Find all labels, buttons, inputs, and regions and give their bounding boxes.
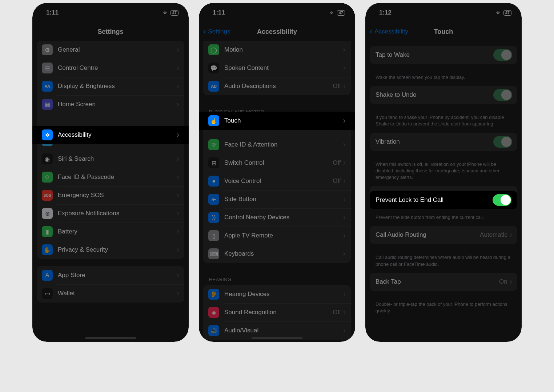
row-voice-control[interactable]: ●Voice ControlOff› bbox=[203, 172, 351, 190]
chevron-right-icon: › bbox=[177, 227, 179, 236]
toggle-vibration[interactable] bbox=[493, 136, 512, 148]
row-vibration[interactable]: Vibration bbox=[370, 133, 517, 151]
chevron-right-icon: › bbox=[177, 154, 179, 164]
label-motion: Motion bbox=[224, 46, 343, 53]
toggle-prevent-lock[interactable] bbox=[493, 194, 511, 206]
siri-icon: ◉ bbox=[42, 153, 53, 164]
row-back-tap[interactable]: Back Tap On › bbox=[370, 273, 517, 291]
row-display-brightness[interactable]: AADisplay & Brightness› bbox=[37, 77, 184, 95]
row-spoken-content[interactable]: 💬Spoken Content› bbox=[203, 59, 351, 77]
footer-shake-undo: If you tend to shake your iPhone by acci… bbox=[370, 111, 517, 132]
chevron-right-icon: › bbox=[343, 81, 346, 91]
row-battery[interactable]: ▮Battery› bbox=[37, 223, 184, 241]
chevron-right-icon: › bbox=[343, 116, 346, 125]
nearby-icon: )) bbox=[208, 212, 219, 223]
footer-vibration: When this switch is off, all vibration o… bbox=[370, 158, 517, 186]
page-title: Settings bbox=[97, 28, 123, 36]
row-emergency-sos[interactable]: SOSEmergency SOS› bbox=[37, 186, 184, 204]
row-motion[interactable]: ◯Motion› bbox=[203, 41, 351, 59]
section-hearing: Hearing bbox=[203, 270, 351, 285]
chevron-right-icon: › bbox=[343, 308, 346, 317]
label-wallet: Wallet bbox=[58, 290, 177, 297]
value-sound-recognition: Off bbox=[333, 309, 341, 316]
chevron-right-icon: › bbox=[177, 100, 179, 109]
chevron-right-icon: › bbox=[177, 191, 179, 200]
row-side-button[interactable]: ⇤Side Button› bbox=[203, 190, 351, 208]
row-audio-descriptions[interactable]: ADAudio DescriptionsOff› bbox=[203, 77, 351, 95]
value-call-audio-routing: Automatic bbox=[480, 231, 507, 239]
wifi-icon: ᯤ bbox=[496, 10, 501, 16]
row-shake-undo[interactable]: Shake to Undo bbox=[370, 86, 517, 104]
chevron-right-icon: › bbox=[343, 158, 346, 168]
chevron-right-icon: › bbox=[343, 176, 346, 186]
label-switch-control: Switch Control bbox=[224, 159, 333, 167]
row-accessibility[interactable]: ✲ Accessibility › bbox=[32, 126, 189, 144]
label-spoken-content: Spoken Content bbox=[224, 64, 343, 72]
row-call-audio-routing[interactable]: Call Audio Routing Automatic › bbox=[370, 226, 517, 244]
label-sound-recognition: Sound Recognition bbox=[224, 309, 333, 316]
label-control-nearby-devices: Control Nearby Devices bbox=[224, 214, 343, 221]
label-home-screen: Home Screen bbox=[58, 101, 177, 108]
toggle-shake-undo[interactable] bbox=[493, 89, 512, 101]
clock: 1:11 bbox=[213, 9, 225, 16]
label-privacy-security: Privacy & Security bbox=[58, 246, 177, 253]
row-control-nearby-devices[interactable]: ))Control Nearby Devices› bbox=[203, 208, 351, 227]
toggle-tap-to-wake[interactable] bbox=[493, 49, 512, 61]
chevron-right-icon: › bbox=[343, 249, 346, 259]
footer-tap-to-wake: Wake the screen when you tap the display… bbox=[370, 71, 517, 86]
nav-bar: Settings bbox=[32, 23, 189, 41]
row-wallet[interactable]: ▭Wallet› bbox=[37, 284, 184, 303]
label-display-brightness: Display & Brightness bbox=[58, 83, 177, 90]
row-touch[interactable]: ☝ Touch › bbox=[199, 112, 355, 130]
nav-bar: ‹ Accessibility Touch bbox=[365, 23, 522, 41]
row-general[interactable]: ⚙General› bbox=[37, 41, 184, 59]
battery-indicator: 47 bbox=[337, 10, 345, 16]
row-siri-search[interactable]: ◉Siri & Search› bbox=[37, 150, 184, 168]
value-back-tap: On bbox=[499, 278, 507, 285]
row-face-id-passcode[interactable]: ☺Face ID & Passcode› bbox=[37, 168, 184, 186]
row-control-centre[interactable]: ⊟Control Centre› bbox=[37, 59, 184, 77]
row-tap-to-wake[interactable]: Tap to Wake bbox=[370, 46, 517, 64]
chevron-right-icon: › bbox=[343, 289, 346, 299]
label-exposure-notifications: Exposure Notifications bbox=[58, 210, 177, 217]
label-siri-search: Siri & Search bbox=[58, 155, 177, 163]
page-title: Accessibility bbox=[257, 28, 297, 36]
chevron-right-icon: › bbox=[343, 63, 346, 73]
chevron-right-icon: › bbox=[177, 172, 179, 182]
label-battery: Battery bbox=[58, 228, 177, 235]
battery-indicator: 47 bbox=[503, 10, 511, 16]
row-privacy-security[interactable]: ✋Privacy & Security› bbox=[37, 241, 184, 259]
row-apple-tv-remote[interactable]: ▯Apple TV Remote› bbox=[203, 227, 351, 245]
row-exposure-notifications[interactable]: ⊛Exposure Notifications› bbox=[37, 204, 184, 223]
clock: 1:11 bbox=[46, 9, 59, 16]
ad-icon: AD bbox=[208, 81, 219, 92]
home-indicator[interactable] bbox=[252, 337, 302, 339]
status-bar: 1:12 ᯤ 47 bbox=[365, 3, 522, 23]
row-sound-recognition[interactable]: ◈Sound RecognitionOff› bbox=[203, 303, 351, 321]
back-button[interactable]: ‹ Settings bbox=[203, 27, 230, 36]
keyboard-icon: ⌨ bbox=[208, 248, 219, 259]
row-switch-control[interactable]: ⊞Switch ControlOff› bbox=[203, 154, 351, 172]
chevron-right-icon: › bbox=[343, 231, 346, 240]
page-title: Touch bbox=[434, 28, 453, 36]
chevron-right-icon: › bbox=[510, 230, 512, 240]
label-keyboards: Keyboards bbox=[224, 250, 343, 257]
row-prevent-lock[interactable]: Prevent Lock to End Call bbox=[370, 191, 517, 209]
faceid-icon: ☺ bbox=[42, 172, 53, 183]
row-app-store[interactable]: AApp Store› bbox=[37, 266, 184, 284]
value-audio-descriptions: Off bbox=[333, 83, 341, 90]
row-hearing-devices[interactable]: 👂Hearing Devices› bbox=[203, 285, 351, 303]
home-indicator[interactable] bbox=[85, 337, 136, 339]
accessibility-icon: ✲ bbox=[42, 129, 53, 140]
label-apple-tv-remote: Apple TV Remote bbox=[224, 232, 343, 239]
wallet-icon: ▭ bbox=[42, 288, 53, 299]
chevron-right-icon: › bbox=[343, 195, 346, 204]
row-home-screen[interactable]: ▦Home Screen› bbox=[37, 95, 184, 113]
exposure-icon: ⊛ bbox=[42, 208, 53, 219]
av-icon: 🔊 bbox=[208, 325, 219, 336]
back-button[interactable]: ‹ Accessibility bbox=[370, 27, 408, 36]
label-voice-control: Voice Control bbox=[224, 177, 333, 185]
chevron-right-icon: › bbox=[177, 271, 179, 280]
row-keyboards[interactable]: ⌨Keyboards› bbox=[203, 245, 351, 263]
row-face-id-attention[interactable]: ☺Face ID & Attention› bbox=[203, 136, 351, 154]
